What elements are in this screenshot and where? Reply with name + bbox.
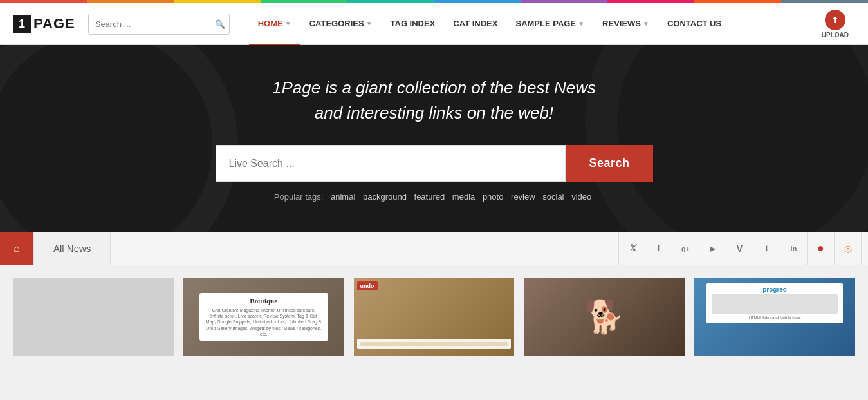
twitter-icon[interactable]: 𝕏 — [618, 232, 645, 265]
header: 1 PAGE 🔍 HOME ▼ CATEGORIES ▼ TAG INDEX C… — [0, 3, 868, 45]
googleplus-icon[interactable]: g+ — [672, 232, 699, 265]
nav-item-reviews[interactable]: REVIEWS ▼ — [593, 3, 658, 45]
tag-video[interactable]: video — [571, 192, 591, 202]
card-4-image: 🐕 — [524, 278, 685, 356]
logo-number: 1 — [13, 15, 31, 33]
home-filter-button[interactable]: ⌂ — [0, 232, 33, 265]
card-3-image: undo — [354, 278, 515, 356]
card-5-image: progreo HTML5 Sites and Mobile Apps — [694, 278, 855, 356]
header-search-button[interactable]: 🔍 — [210, 14, 230, 34]
upload-button[interactable]: ⬆ UPLOAD — [815, 6, 855, 42]
nav-item-sample-page[interactable]: SAMPLE PAGE ▼ — [506, 3, 593, 45]
nav-item-cat-index[interactable]: CAT INDEX — [444, 3, 506, 45]
linkedin-icon[interactable]: in — [780, 232, 808, 265]
nav-arrow-home: ▼ — [285, 20, 291, 27]
logo-text: PAGE — [33, 15, 75, 32]
cards-grid: Boutique Grid Creative Magazine Theme, U… — [13, 278, 855, 356]
nav-item-contact[interactable]: CONTACT US — [658, 3, 730, 45]
hero-search-button[interactable]: Search — [566, 145, 652, 182]
tag-animal[interactable]: animal — [331, 192, 355, 202]
logo[interactable]: 1 PAGE — [13, 15, 75, 33]
card-1[interactable] — [13, 278, 174, 356]
main-nav: HOME ▼ CATEGORIES ▼ TAG INDEX CAT INDEX … — [249, 3, 815, 45]
tag-review[interactable]: review — [511, 192, 535, 202]
hero-title: 1Page is a giant collection of the best … — [272, 75, 596, 126]
card-4[interactable]: 🐕 — [524, 278, 685, 356]
rss-icon[interactable]: ◎ — [835, 232, 862, 265]
nav-arrow-sample: ▼ — [578, 20, 584, 27]
nav-item-tag-index[interactable]: TAG INDEX — [382, 3, 445, 45]
all-news-button[interactable]: All News — [33, 232, 111, 265]
hero-search-bar: Search — [216, 145, 653, 182]
content-area: Boutique Grid Creative Magazine Theme, U… — [0, 265, 868, 368]
filter-bar: ⌂ All News 𝕏 f g+ ▶ V t in ● ◎ — [0, 232, 868, 265]
header-search-input[interactable] — [89, 14, 210, 34]
nav-arrow-reviews: ▼ — [643, 20, 649, 27]
card-5[interactable]: progreo HTML5 Sites and Mobile Apps — [694, 278, 855, 356]
card-2[interactable]: Boutique Grid Creative Magazine Theme, U… — [183, 278, 344, 356]
card-1-placeholder — [13, 278, 174, 356]
tumblr-icon[interactable]: t — [753, 232, 780, 265]
facebook-icon[interactable]: f — [645, 232, 672, 265]
header-search-bar: 🔍 — [88, 14, 230, 35]
vimeo-icon[interactable]: V — [726, 232, 753, 265]
home-icon: ⌂ — [14, 243, 20, 254]
upload-label: UPLOAD — [822, 32, 849, 39]
social-icons-bar: 𝕏 f g+ ▶ V t in ● ◎ — [618, 232, 868, 265]
flickr-icon[interactable]: ● — [808, 232, 835, 265]
nav-item-categories[interactable]: CATEGORIES ▼ — [300, 3, 382, 45]
youtube-icon[interactable]: ▶ — [699, 232, 726, 265]
tag-photo[interactable]: photo — [483, 192, 504, 202]
header-right: ⬆ UPLOAD — [815, 6, 855, 42]
nav-item-home[interactable]: HOME ▼ — [249, 3, 300, 45]
hero-search-input[interactable] — [216, 145, 566, 182]
tag-featured[interactable]: featured — [414, 192, 445, 202]
tag-media[interactable]: media — [452, 192, 475, 202]
tag-background[interactable]: background — [363, 192, 407, 202]
tag-social[interactable]: social — [542, 192, 564, 202]
nav-arrow-categories: ▼ — [366, 20, 373, 27]
card-3[interactable]: undo — [354, 278, 515, 356]
popular-tags: Popular tags: animal background featured… — [274, 192, 594, 202]
upload-icon: ⬆ — [825, 10, 845, 30]
card-2-image: Boutique Grid Creative Magazine Theme, U… — [183, 278, 344, 356]
hero-section: 1Page is a giant collection of the best … — [0, 45, 868, 232]
